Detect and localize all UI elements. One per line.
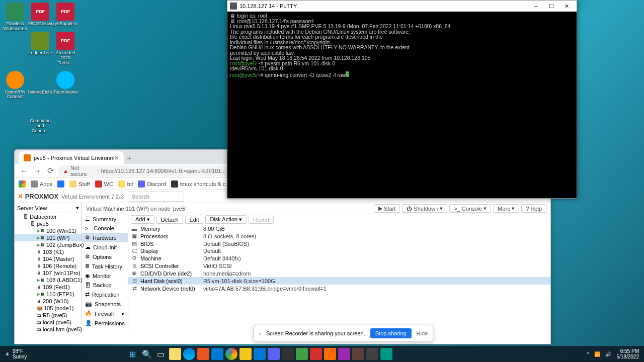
weather-widget[interactable]: ☀ 98°F Sunny (0, 348, 32, 359)
bookmark-item[interactable] (57, 180, 64, 188)
shutdown-button[interactable]: ⏻ Shutdown ▾ (402, 204, 447, 213)
tab-close-icon[interactable]: × (115, 154, 119, 162)
app-icon-9[interactable] (338, 348, 350, 360)
tree-node[interactable]: 🗄Datacenter (15, 213, 82, 220)
app-icon-5[interactable] (282, 348, 294, 360)
hardware-row[interactable]: ⇄Network Device (net0)virtio=7A:AB:57:B8… (128, 285, 550, 292)
app-icon-11[interactable] (366, 348, 378, 360)
tab-proxmox[interactable]: pve5 - Proxmox Virtual Environm × (19, 151, 124, 164)
desktop-icon[interactable]: balenaEtcher (28, 71, 52, 95)
search-button[interactable]: 🔍 (141, 348, 153, 360)
sidebar-item-permissions[interactable]: 👤Permissions (82, 318, 128, 328)
forward-button[interactable]: → (32, 165, 43, 176)
reload-button[interactable]: ⟳ (45, 165, 56, 176)
tree-node[interactable]: 🗃local-lvm (pve5) (15, 326, 82, 333)
sidebar-item-firewall[interactable]: 🔥Firewall▸ (82, 309, 128, 318)
putty-titlebar[interactable]: 10.128.127.14 - PuTTY ─ ☐ ✕ (227, 1, 577, 12)
edit-button[interactable]: Edit (185, 216, 204, 224)
stop-sharing-button[interactable]: Stop sharing (370, 328, 412, 338)
chrome-icon[interactable] (225, 348, 237, 360)
hide-button[interactable]: Hide (417, 330, 428, 336)
hardware-row[interactable]: ⚙MachineDefault (i440fx) (128, 254, 550, 262)
tree-node[interactable]: ▶🖥101 (WP) (15, 234, 82, 241)
outlook-icon[interactable] (254, 348, 266, 360)
desktop-icon[interactable]: PDF9840Glenwi... (28, 3, 52, 27)
hardware-row[interactable]: ▤BIOSDefault (SeaBIOS) (128, 240, 550, 247)
sidebar-item-console[interactable]: >_Console (82, 224, 128, 233)
server-view-selector[interactable]: Server View▾ (15, 203, 82, 213)
system-tray[interactable]: ^ 📶 🔊 6:55 PM 5/18/2022 (582, 348, 644, 359)
hardware-row[interactable]: ◉CD/DVD Drive (ide2)none,media=cdrom (128, 269, 550, 277)
desktop-icon[interactable]: Flawless Widescreen (3, 3, 27, 32)
app-icon-6[interactable] (296, 348, 308, 360)
tree-node[interactable]: ▶🖥110 (FTP1) (15, 291, 82, 298)
bookmark-item[interactable]: Discord (138, 180, 166, 188)
desktop-icon[interactable]: TeamViewer (53, 71, 77, 95)
hardware-row[interactable]: ▣Processors8 (1 sockets, 8 cores) (128, 232, 550, 240)
edge-icon[interactable] (183, 348, 195, 360)
tree-node[interactable]: 🖥109 (Fed1) (15, 284, 82, 291)
bookmark-item[interactable]: Stuff (69, 180, 90, 188)
maximize-button[interactable]: ☐ (544, 1, 559, 12)
tree-node[interactable]: 🗃R5 (pve5) (15, 312, 82, 319)
tree-node[interactable]: 🖥103 (K1) (15, 248, 82, 255)
app-icon-4[interactable] (268, 348, 280, 360)
start-button[interactable]: ▶ Start (374, 204, 400, 213)
hardware-row[interactable]: ▬Memory8.00 GiB (128, 225, 550, 232)
sidebar-item-backup[interactable]: 🗄Backup (82, 281, 128, 290)
help-button[interactable]: ? Help (521, 204, 546, 213)
tree-node[interactable]: 📦105 (node1) (15, 305, 82, 312)
tree-node[interactable]: 🖥200 (W10) (15, 298, 82, 305)
revert-button[interactable]: Revert (249, 216, 274, 224)
bookmark-item[interactable]: WC (95, 180, 113, 188)
sidebar-item-snapshots[interactable]: 📷Snapshots (82, 299, 128, 309)
apps-button[interactable] (19, 180, 26, 188)
sidebar-item-options[interactable]: ⚙Options (82, 252, 128, 261)
app-icon-12[interactable] (380, 348, 392, 360)
tree-node[interactable]: 🖥106 (Remote) (15, 262, 82, 269)
sidebar-item-hardware[interactable]: ⚙Hardware (82, 233, 128, 242)
sidebar-item-summary[interactable]: ☰Summary (82, 214, 128, 224)
tree-node[interactable]: 🗃local (pve5) (15, 319, 82, 326)
volume-icon[interactable]: 🔊 (605, 351, 611, 357)
more-button[interactable]: More ▾ (493, 204, 519, 213)
minimize-button[interactable]: ─ (529, 1, 544, 12)
task-view-button[interactable]: ▭ (155, 348, 167, 360)
desktop-icon[interactable]: OpenVPN Connect (3, 71, 27, 100)
detach-button[interactable]: Detach (156, 216, 183, 224)
bookmark-item[interactable]: Apps (31, 180, 52, 188)
app-icon-3[interactable] (239, 348, 252, 360)
new-tab-button[interactable]: + (124, 153, 135, 164)
explorer-icon[interactable] (169, 348, 181, 360)
desktop-icon[interactable]: Ledger Live (28, 32, 52, 56)
desktop-icon[interactable]: PDFAmended 2020 Turbo... (53, 32, 77, 66)
start-button[interactable]: ⊞ (127, 348, 139, 360)
wifi-icon[interactable]: 📶 (594, 351, 600, 357)
hardware-row[interactable]: 🖵DisplayDefault (128, 247, 550, 254)
address-bar[interactable]: ▲ Not secure | https://10.128.127.14:800… (58, 165, 234, 176)
disk-action-button[interactable]: Disk Action ▾ (205, 215, 246, 224)
sidebar-item-task-history[interactable]: ≣Task History (82, 261, 128, 271)
hardware-row[interactable]: ≣SCSI ControllerVirtIO SCSI (128, 262, 550, 269)
console-button[interactable]: >_ Console ▾ (449, 204, 491, 213)
tree-node[interactable]: 🗄pve5 (15, 220, 82, 227)
terminal-output[interactable]: 🖥 login as: root🖥 root@10.128.127.14's p… (227, 12, 577, 79)
tree-node[interactable]: ▶🖥108 (LABDC1) (15, 277, 82, 284)
bookmark-item[interactable]: bit (118, 180, 133, 188)
tree-node[interactable]: ▶🖥100 (Win11) (15, 227, 82, 234)
sidebar-item-cloud-init[interactable]: ☁Cloud-Init (82, 242, 128, 252)
app-icon-7[interactable] (310, 348, 322, 360)
hardware-row[interactable]: ⊟Hard Disk (scsi0)R5:vm-101-disk-0,size=… (128, 277, 550, 285)
desktop-icon[interactable]: PDFgetSupplem... (53, 3, 77, 27)
add-button[interactable]: Add ▾ (131, 215, 154, 224)
search-input[interactable] (129, 192, 184, 202)
tray-chevron-icon[interactable]: ^ (587, 351, 590, 357)
tree-node[interactable]: 🖥104 (Master) (15, 255, 82, 262)
app-icon-8[interactable] (324, 348, 336, 360)
app-icon-10[interactable] (352, 348, 364, 360)
tree-node[interactable]: 🖥107 (win11Pro) (15, 269, 82, 277)
close-button[interactable]: ✕ (559, 1, 574, 12)
desktop-icon[interactable]: Command and Conqu... (28, 100, 52, 134)
sidebar-item-monitor[interactable]: ◉Monitor (82, 271, 128, 281)
tree-node[interactable]: ▶🖥102 (JumpBox) (15, 241, 82, 248)
